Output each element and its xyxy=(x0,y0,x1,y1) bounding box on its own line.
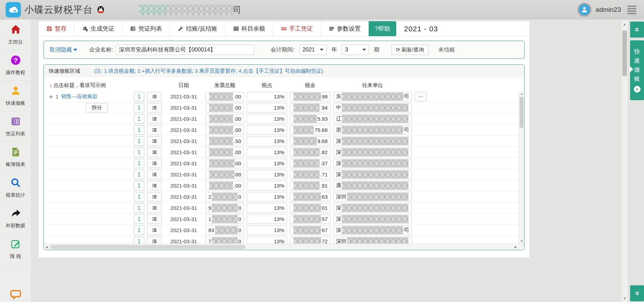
manual-button[interactable]: 手工凭证 xyxy=(273,21,321,36)
tax-rate-input[interactable]: 13% xyxy=(247,214,287,224)
copies-count-button[interactable]: 1 xyxy=(134,181,144,190)
table-vertical-scrollbar[interactable]: ▲ ▼ xyxy=(519,91,524,244)
invoice-amount-input[interactable]: 20 xyxy=(206,192,244,201)
row-detail-list-button[interactable] xyxy=(147,203,162,213)
sidebar-item-tax[interactable]: 报 税 xyxy=(0,234,31,264)
account-type-link[interactable]: 销售—应收账款 xyxy=(61,93,98,100)
tax-amount-input[interactable]: 01 xyxy=(290,203,330,213)
date-cell[interactable]: 2021-03-31 xyxy=(164,94,203,100)
invoice-amount-input[interactable]: .50 xyxy=(206,136,244,146)
tax-rate-input[interactable]: 13% xyxy=(247,125,287,135)
tax-rate-input[interactable]: 13% xyxy=(247,203,287,213)
close-icon[interactable]: ✕ xyxy=(634,86,641,93)
tax-amount-input[interactable]: 5.93 xyxy=(290,114,330,124)
col-header-company[interactable]: 往来单位 xyxy=(333,82,412,89)
date-cell[interactable]: 2021-03-31 xyxy=(164,227,203,233)
sidebar-item-vouchers[interactable]: 凭证列表 xyxy=(0,111,31,142)
row-detail-list-button[interactable] xyxy=(147,114,162,124)
scrollbar-thumb[interactable] xyxy=(520,97,523,128)
params-button[interactable]: 参数设置 xyxy=(321,21,369,36)
scroll-up-icon[interactable]: ▲ xyxy=(519,91,524,96)
company-input[interactable]: 遇 xyxy=(333,181,412,190)
tax-rate-input[interactable]: 13% xyxy=(247,225,287,235)
date-cell[interactable]: 2021-03-31 xyxy=(164,138,203,144)
save-button[interactable]: 暂存 xyxy=(39,21,75,36)
company-input[interactable]: 辽 xyxy=(333,114,412,124)
copies-count-button[interactable]: 1 xyxy=(134,192,144,201)
row-detail-list-button[interactable] xyxy=(147,92,162,101)
copies-count-button[interactable]: 1 xyxy=(134,214,144,224)
toggle-hide-link[interactable]: 取消隐藏 xyxy=(49,46,77,54)
collapse-bottom-button[interactable]: « xyxy=(630,285,644,301)
copies-count-button[interactable]: 1 xyxy=(134,103,144,112)
row-detail-list-button[interactable] xyxy=(147,148,162,157)
row-detail-list-button[interactable] xyxy=(147,103,162,112)
date-cell[interactable]: 2021-03-31 xyxy=(164,205,203,211)
company-input[interactable]: 深圳 xyxy=(333,192,412,201)
company-input[interactable]: 深 xyxy=(333,136,412,146)
sidebar-item-quick-entry[interactable]: 快速做账 xyxy=(0,81,31,111)
collapse-top-button[interactable]: « xyxy=(630,22,644,38)
company-input[interactable]: 深 xyxy=(333,214,412,224)
invoice-amount-input[interactable]: .00 xyxy=(206,125,244,135)
sidebar-item-audit[interactable]: 核查统计 xyxy=(0,173,31,203)
scroll-up-icon[interactable]: ▲ xyxy=(622,22,628,27)
invoice-amount-input[interactable]: .00 xyxy=(206,181,244,190)
gen-voucher-button[interactable]: 生成凭证 xyxy=(75,21,122,36)
scroll-down-icon[interactable]: ▼ xyxy=(519,239,524,244)
refresh-query-button[interactable]: ⟳ 刷新/查询 xyxy=(391,45,429,55)
year-select[interactable]: 2021 xyxy=(299,45,327,55)
company-input[interactable]: 东司 xyxy=(333,92,412,101)
tax-rate-input[interactable]: 13% xyxy=(247,170,287,179)
scroll-down-icon[interactable]: ▼ xyxy=(622,296,628,301)
scrollbar-thumb[interactable] xyxy=(622,31,627,76)
tax-amount-input[interactable]: 75.66 xyxy=(290,125,330,135)
copies-count-button[interactable]: 1 xyxy=(134,114,144,124)
tax-amount-input[interactable]: 63 xyxy=(290,192,330,201)
company-input[interactable]: 深司 xyxy=(333,225,412,235)
company-input[interactable]: 深 xyxy=(333,148,412,157)
scrollbar-thumb[interactable] xyxy=(50,245,245,249)
date-cell[interactable]: 2021-03-31 xyxy=(164,116,203,122)
balance-button[interactable]: 科目余额 xyxy=(225,21,273,36)
invoice-amount-input[interactable]: .00 xyxy=(206,114,244,124)
tax-rate-input[interactable]: 13% xyxy=(247,103,287,112)
sidebar-item-ledgers[interactable]: 账簿报表 xyxy=(0,142,31,173)
date-cell[interactable]: 2021-03-31 xyxy=(164,160,203,166)
tax-amount-input[interactable]: .94 xyxy=(290,103,330,112)
more-options-button[interactable]: ⋯ xyxy=(415,92,427,101)
date-cell[interactable]: 2021-03-31 xyxy=(164,127,203,133)
sidebar-item-external[interactable]: 外部数据 xyxy=(0,203,31,234)
date-cell[interactable]: 2021-03-31 xyxy=(164,105,203,111)
scroll-right-icon[interactable]: ▶ xyxy=(513,244,519,250)
col-header-amount[interactable]: 发票总额 xyxy=(206,82,244,89)
tax-amount-input[interactable]: 67 xyxy=(290,225,330,235)
date-cell[interactable]: 2021-03-31 xyxy=(164,216,203,222)
copies-count-button[interactable]: 1 xyxy=(134,203,144,213)
copies-count-button[interactable]: 1 xyxy=(134,159,144,168)
copies-count-button[interactable]: 1 xyxy=(134,92,144,101)
menu-hamburger-icon[interactable] xyxy=(627,6,636,14)
date-cell[interactable]: 2021-03-31 xyxy=(164,149,203,155)
company-input[interactable]: 中 xyxy=(333,103,412,112)
copies-count-button[interactable]: 1 xyxy=(134,225,144,235)
page-vertical-scrollbar[interactable]: ▲ ▼ xyxy=(622,21,628,302)
row-detail-list-button[interactable] xyxy=(147,181,162,190)
company-input[interactable]: 浙司 xyxy=(333,125,412,135)
sidebar-item-dashboard[interactable]: 主控台 xyxy=(0,19,31,50)
closing-button[interactable]: 结账/反结账 xyxy=(170,21,225,36)
row-detail-list-button[interactable] xyxy=(147,136,162,146)
invoice-amount-input[interactable]: 830 xyxy=(206,225,244,235)
copies-count-button[interactable]: 1 xyxy=(134,125,144,135)
company-input[interactable]: 深 xyxy=(333,159,412,168)
row-detail-list-button[interactable] xyxy=(147,159,162,168)
col-header-tax[interactable]: 税金 xyxy=(290,82,330,89)
table-hint[interactable]: ↓ 点击标题，看填写示例 xyxy=(49,82,131,89)
voucher-list-button[interactable]: 凭证列表 xyxy=(122,21,170,36)
tax-rate-input[interactable]: 13% xyxy=(247,92,287,101)
split-button[interactable]: 拆分 xyxy=(86,103,108,112)
row-detail-list-button[interactable] xyxy=(147,170,162,179)
tax-amount-input[interactable]: 98 xyxy=(290,92,330,101)
scroll-left-icon[interactable]: ◀ xyxy=(44,244,49,250)
company-input[interactable]: 深 xyxy=(333,170,412,179)
